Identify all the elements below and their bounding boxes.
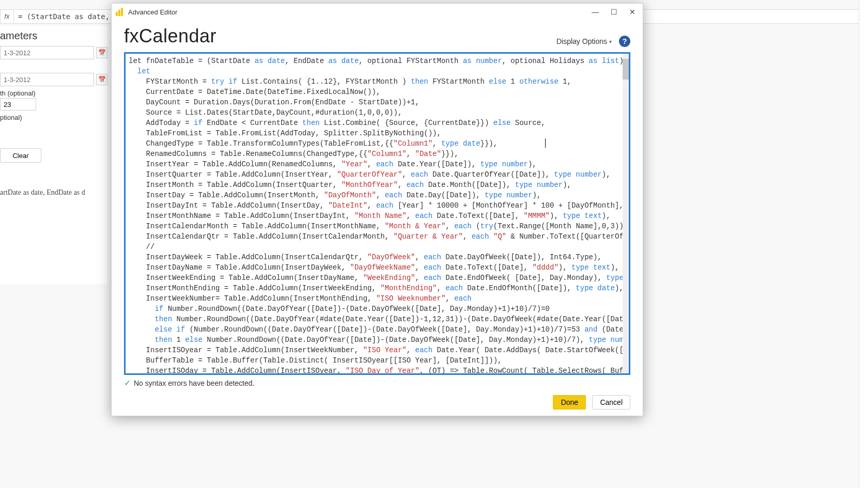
fx-icon: fx bbox=[1, 10, 14, 23]
start-date-input[interactable] bbox=[0, 46, 94, 59]
code-editor[interactable]: let fnDateTable = (StartDate as date, En… bbox=[124, 52, 630, 375]
maximize-button[interactable]: ☐ bbox=[605, 4, 623, 20]
svg-rect-2 bbox=[121, 8, 123, 16]
fy-month-input[interactable] bbox=[0, 98, 36, 111]
calendar-icon[interactable]: 📅 bbox=[96, 47, 107, 58]
done-button[interactable]: Done bbox=[553, 395, 586, 410]
advanced-editor-dialog: Advanced Editor — ☐ ✕ fxCalendar Display… bbox=[111, 3, 643, 416]
panel-title: ameters bbox=[0, 26, 107, 44]
titlebar: Advanced Editor — ☐ ✕ bbox=[112, 4, 643, 20]
scrollbar-track[interactable] bbox=[623, 54, 629, 373]
minimize-button[interactable]: — bbox=[586, 4, 605, 20]
formula-text: = (StartDate as date, En bbox=[14, 12, 127, 21]
fy-month-label: th (optional) bbox=[0, 89, 107, 97]
clear-button[interactable]: Clear bbox=[0, 148, 41, 163]
help-icon[interactable]: ? bbox=[619, 36, 630, 47]
check-icon: ✓ bbox=[124, 378, 131, 388]
svg-rect-1 bbox=[118, 10, 120, 16]
code-textarea[interactable]: let fnDateTable = (StartDate as date, En… bbox=[126, 54, 629, 373]
scrollbar-thumb[interactable] bbox=[623, 59, 629, 80]
chevron-down-icon: ▾ bbox=[609, 39, 612, 44]
right-panel-strip bbox=[859, 0, 868, 488]
svg-rect-0 bbox=[116, 12, 118, 16]
app-icon bbox=[116, 8, 124, 16]
close-button[interactable]: ✕ bbox=[623, 4, 642, 20]
function-signature: artDate as date, EndDate as d bbox=[0, 188, 107, 197]
window-title: Advanced Editor bbox=[128, 8, 586, 16]
query-name: fxCalendar bbox=[124, 25, 216, 47]
parameters-panel: ameters 📅 📅 th (optional) ptional) Clear… bbox=[0, 26, 107, 284]
syntax-status: ✓ No syntax errors have been detected. bbox=[124, 375, 630, 388]
status-text: No syntax errors have been detected. bbox=[134, 379, 254, 387]
display-options-dropdown[interactable]: Display Options ▾ bbox=[556, 37, 612, 45]
calendar-icon[interactable]: 📅 bbox=[96, 74, 107, 85]
end-date-input[interactable] bbox=[0, 73, 94, 86]
cancel-button[interactable]: Cancel bbox=[592, 395, 630, 410]
holidays-label: ptional) bbox=[0, 114, 107, 121]
